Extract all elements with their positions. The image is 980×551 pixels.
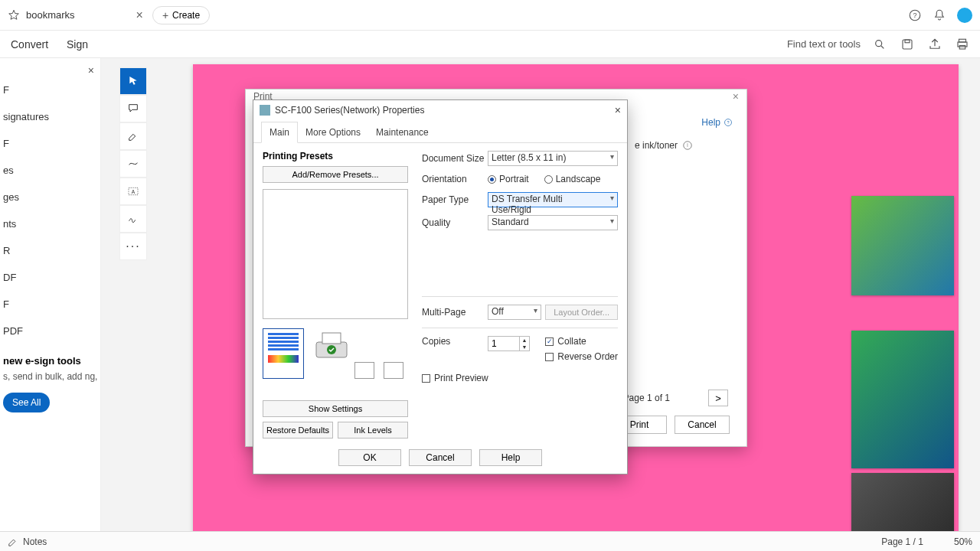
- collate-checkbox[interactable]: Collate: [545, 336, 618, 347]
- left-item[interactable]: F: [3, 77, 97, 103]
- checkbox-off-icon: [545, 353, 554, 361]
- highlight-tool[interactable]: [119, 122, 147, 150]
- paper-type-select[interactable]: DS Transfer Multi Use/Rigid: [488, 192, 618, 207]
- find-label[interactable]: Find text or tools: [787, 38, 861, 50]
- user-avatar[interactable]: [957, 8, 972, 23]
- svg-rect-8: [959, 45, 965, 49]
- more-tools[interactable]: ···: [119, 233, 147, 260]
- panel-close-icon[interactable]: ×: [88, 64, 94, 77]
- sign-tool[interactable]: [119, 205, 147, 233]
- zoom-level[interactable]: 50%: [954, 536, 972, 547]
- print-preview-checkbox[interactable]: Print Preview: [422, 373, 488, 383]
- notes-button[interactable]: Notes: [8, 536, 47, 547]
- quality-label: Quality: [422, 217, 488, 228]
- printer-preview-icon: [312, 328, 351, 365]
- ink-levels-button[interactable]: Ink Levels: [338, 422, 408, 439]
- tab-maintenance[interactable]: Maintenance: [368, 122, 436, 142]
- printer-properties-dialog: SC-F100 Series(Network) Properties × Mai…: [253, 99, 628, 474]
- help-icon[interactable]: ?: [908, 8, 922, 22]
- radio-off-icon: [544, 175, 553, 184]
- presets-heading: Printing Presets: [263, 151, 408, 161]
- promo-block: new e-sign tools s, send in bulk, add ng…: [3, 355, 97, 412]
- tab-main[interactable]: Main: [261, 122, 298, 143]
- reverse-order-checkbox[interactable]: Reverse Order: [545, 351, 618, 362]
- copies-input[interactable]: [488, 336, 520, 351]
- menubar: Convert Sign Find text or tools: [0, 31, 980, 58]
- left-item[interactable]: PDF: [3, 318, 97, 344]
- share-icon[interactable]: [923, 33, 946, 56]
- see-all-button[interactable]: See All: [3, 393, 50, 412]
- promo-title: new e-sign tools: [3, 355, 97, 367]
- tool-strip: A ···: [119, 67, 147, 260]
- properties-titlebar: SC-F100 Series(Network) Properties ×: [253, 100, 627, 120]
- orientation-label: Orientation: [422, 174, 488, 184]
- orientation-portrait-radio[interactable]: Portrait: [488, 174, 529, 184]
- bell-icon[interactable]: [933, 8, 946, 22]
- print-cancel-button[interactable]: Cancel: [675, 416, 730, 434]
- quality-select[interactable]: Standard: [488, 215, 618, 230]
- layout-order-button[interactable]: Layout Order...: [545, 305, 618, 320]
- ok-button[interactable]: OK: [338, 449, 401, 466]
- draw-tool[interactable]: [119, 150, 147, 178]
- print-next-page-button[interactable]: >: [708, 390, 728, 406]
- cancel-button[interactable]: Cancel: [409, 449, 472, 466]
- svg-text:?: ?: [913, 11, 916, 19]
- printer-icon: [260, 105, 270, 116]
- plus-icon: +: [162, 9, 168, 21]
- create-label: Create: [172, 10, 200, 21]
- checkbox-off-icon: [422, 374, 430, 383]
- search-icon[interactable]: [868, 33, 891, 56]
- left-item[interactable]: F: [3, 130, 97, 157]
- multi-page-label: Multi-Page: [422, 307, 488, 318]
- svg-text:A: A: [132, 189, 136, 194]
- left-panel: × F signatures F es ges nts R DF F PDF n…: [0, 58, 101, 551]
- tab-more-options[interactable]: More Options: [298, 122, 368, 142]
- create-button[interactable]: + Create: [152, 6, 210, 24]
- photo-thumb: [851, 331, 954, 468]
- print-page-info: Page 1 of 1: [623, 393, 670, 403]
- radio-on-icon: [488, 175, 496, 184]
- properties-footer: OK Cancel Help: [253, 449, 627, 466]
- save-icon[interactable]: [896, 33, 919, 56]
- restore-defaults-button[interactable]: Restore Defaults: [263, 422, 333, 439]
- add-remove-presets-button[interactable]: Add/Remove Presets...: [263, 166, 408, 183]
- svg-line-3: [881, 46, 884, 48]
- svg-point-2: [876, 40, 882, 46]
- document-size-select[interactable]: Letter (8.5 x 11 in): [488, 151, 618, 166]
- save-ink-row[interactable]: e ink/toner i: [635, 140, 693, 151]
- copies-label: Copies: [422, 336, 488, 347]
- svg-text:?: ?: [727, 120, 729, 125]
- left-item[interactable]: R: [3, 237, 97, 264]
- menu-convert[interactable]: Convert: [2, 34, 57, 55]
- comment-tool[interactable]: [119, 95, 147, 122]
- orientation-landscape-radio[interactable]: Landscape: [544, 174, 601, 184]
- copies-stepper[interactable]: ▲▼: [519, 336, 530, 351]
- page-indicator: Page 1 / 1: [881, 536, 923, 547]
- show-settings-button[interactable]: Show Settings: [263, 400, 408, 417]
- svg-rect-5: [905, 40, 910, 43]
- left-item[interactable]: ges: [3, 184, 97, 210]
- select-tool[interactable]: [119, 67, 147, 95]
- print-help-link[interactable]: Help ?: [701, 117, 733, 128]
- properties-close-icon[interactable]: ×: [615, 104, 621, 116]
- tab-close-icon[interactable]: ×: [136, 8, 143, 22]
- left-item[interactable]: nts: [3, 210, 97, 237]
- text-tool[interactable]: A: [119, 178, 147, 205]
- left-item[interactable]: F: [3, 291, 97, 318]
- presets-list[interactable]: [263, 189, 408, 319]
- print-dialog-close-icon[interactable]: ×: [733, 90, 739, 103]
- menu-sign[interactable]: Sign: [57, 34, 97, 55]
- svg-rect-4: [903, 40, 912, 49]
- print-preview-thumb: [263, 328, 408, 396]
- properties-title: SC-F100 Series(Network) Properties: [275, 105, 424, 116]
- multi-page-select[interactable]: Off: [488, 305, 541, 320]
- properties-tabs: Main More Options Maintenance: [253, 120, 627, 143]
- left-item[interactable]: es: [3, 157, 97, 184]
- left-item[interactable]: DF: [3, 264, 97, 291]
- tab-title: bookmarks: [26, 9, 75, 21]
- print-icon[interactable]: [951, 33, 974, 56]
- left-item[interactable]: signatures: [3, 103, 97, 130]
- help-button[interactable]: Help: [479, 449, 542, 466]
- checkbox-on-icon: [545, 337, 554, 346]
- page-preview-icon: [263, 328, 304, 379]
